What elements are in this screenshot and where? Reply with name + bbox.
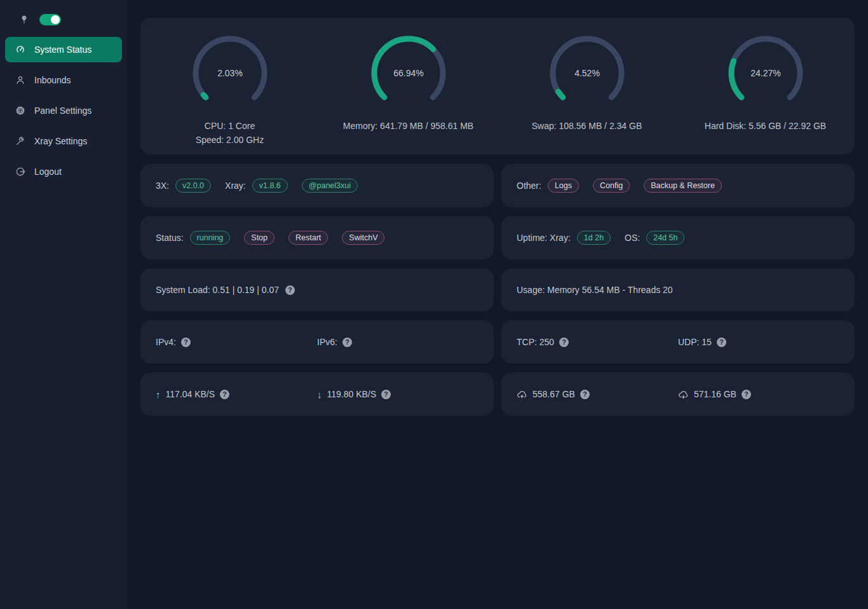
svg-text:66.94%: 66.94% [393, 68, 423, 78]
help-icon[interactable]: ? [742, 390, 751, 399]
wrench-icon [15, 136, 25, 146]
upload-arrow-icon: ↑ [156, 389, 161, 400]
help-icon[interactable]: ? [559, 338, 569, 347]
toggle-knob [51, 15, 60, 24]
restart-button[interactable]: Restart [288, 231, 328, 245]
sidebar-item-system-status[interactable]: System Status [5, 37, 122, 62]
ip-card: IPv4: ? IPv6: ? [140, 320, 494, 364]
sidebar-item-label: System Status [34, 44, 92, 55]
other-card: Other: Logs Config Backup & Restore [501, 164, 855, 207]
gauge-memory: 66.94%Memory: 641.79 MB / 958.61 MB [319, 35, 498, 147]
gauge-hard-disk: 24.27%Hard Disk: 5.56 GB / 22.92 GB [676, 35, 855, 147]
backup-restore-button[interactable]: Backup & Restore [644, 179, 722, 193]
other-label: Other: [517, 181, 541, 191]
sidebar-item-label: Xray Settings [34, 136, 87, 146]
gauge-caption-cpu: CPU: 1 Core [205, 120, 255, 133]
gauge-caption-hard-disk: Hard Disk: 5.56 GB / 22.92 GB [705, 120, 826, 133]
download-arrow-icon: ↓ [317, 389, 322, 400]
app-window: System Status Inbounds [0, 0, 868, 609]
gauge-arc-cpu: 2.03% [192, 35, 268, 111]
sidebar-item-label: Logout [34, 167, 62, 177]
sidebar-item-label: Inbounds [34, 75, 71, 85]
logs-button[interactable]: Logs [548, 179, 579, 193]
sidebar: System Status Inbounds [0, 0, 127, 609]
help-icon[interactable]: ? [381, 390, 391, 399]
udp-count-text: UDP: 15 [678, 337, 712, 347]
help-icon[interactable]: ? [285, 285, 295, 295]
light-bulb-icon [19, 15, 29, 25]
xray-status-card: Status: running Stop Restart SwitchV [140, 216, 494, 259]
cloud-upload-icon [517, 389, 527, 400]
total-traffic-card: 558.67 GB ? 571.16 GB ? [501, 373, 855, 416]
version-card: 3X: v2.0.0 Xray: v1.8.6 @panel3xui [140, 164, 494, 207]
switch-version-button[interactable]: SwitchV [342, 231, 384, 245]
network-speed-card: ↑ 117.04 KB/S ? ↓ 119.80 KB/S ? [140, 373, 494, 416]
tcp-count-text: TCP: 250 [517, 337, 554, 347]
resource-overview-card: 2.03%CPU: 1 CoreSpeed: 2.00 GHz66.94%Mem… [140, 18, 855, 154]
usage-text: Usage: Memory 56.54 MB - Threads 20 [517, 285, 673, 295]
svg-text:2.03%: 2.03% [217, 68, 243, 78]
usage-card: Usage: Memory 56.54 MB - Threads 20 [501, 268, 855, 311]
svg-text:4.52%: 4.52% [574, 68, 600, 78]
help-icon[interactable]: ? [220, 390, 229, 399]
sidebar-item-panel-settings[interactable]: Panel Settings [5, 98, 122, 123]
gauge-arc-memory: 66.94% [370, 35, 447, 111]
theme-switch-row [0, 0, 127, 32]
download-speed-text: 119.80 KB/S [327, 389, 377, 399]
gauge-caption-memory: Memory: 641.79 MB / 958.61 MB [343, 120, 473, 133]
total-sent-text: 558.67 GB [532, 389, 575, 399]
help-icon[interactable]: ? [342, 338, 352, 347]
total-received-text: 571.16 GB [694, 389, 736, 399]
status-cards-grid: 3X: v2.0.0 Xray: v1.8.6 @panel3xui Other… [140, 164, 855, 416]
gauge-arc-swap: 4.52% [549, 35, 625, 111]
gauge-swap: 4.52%Swap: 108.56 MB / 2.34 GB [498, 35, 676, 147]
ipv4-label: IPv4: [156, 337, 176, 347]
xray-version-badge[interactable]: v1.8.6 [252, 179, 288, 193]
logout-icon [15, 167, 25, 177]
cloud-download-icon [678, 389, 689, 400]
panel-version-badge[interactable]: v2.0.0 [175, 179, 211, 193]
panel-version-label: 3X: [156, 181, 169, 191]
xray-uptime-badge: 1d 2h [577, 231, 611, 245]
uptime-os-label: OS: [625, 233, 640, 243]
ipv6-label: IPv6: [317, 337, 337, 347]
dark-mode-toggle[interactable] [39, 14, 61, 25]
sidebar-item-label: Panel Settings [34, 106, 92, 116]
uptime-card: Uptime: Xray: 1d 2h OS: 24d 5h [501, 216, 855, 259]
sidebar-item-logout[interactable]: Logout [5, 159, 122, 184]
status-label: Status: [156, 233, 184, 243]
status-running-badge: running [190, 231, 231, 245]
gauge-caption-swap: Swap: 108.56 MB / 2.34 GB [532, 120, 642, 133]
dashboard-icon [15, 44, 25, 55]
config-button[interactable]: Config [593, 179, 630, 193]
sidebar-item-xray-settings[interactable]: Xray Settings [5, 128, 122, 154]
gauge-row: 2.03%CPU: 1 CoreSpeed: 2.00 GHz66.94%Mem… [140, 18, 855, 147]
sidebar-nav: System Status Inbounds [0, 37, 127, 184]
help-icon[interactable]: ? [580, 390, 590, 399]
telegram-badge[interactable]: @panel3xui [302, 179, 358, 193]
system-load-card: System Load: 0.51 | 0.19 | 0.07 ? [140, 268, 494, 311]
user-icon [15, 75, 25, 85]
uptime-xray-label: Uptime: Xray: [517, 233, 571, 243]
help-icon[interactable]: ? [717, 338, 726, 347]
svg-text:24.27%: 24.27% [750, 68, 780, 78]
connections-card: TCP: 250 ? UDP: 15 ? [501, 320, 855, 364]
gauge-cpu: 2.03%CPU: 1 CoreSpeed: 2.00 GHz [140, 35, 319, 147]
gauge-caption-cpu: Speed: 2.00 GHz [196, 133, 264, 147]
stop-button[interactable]: Stop [244, 231, 275, 245]
system-load-text: System Load: 0.51 | 0.19 | 0.07 [156, 285, 279, 295]
gauge-arc-hard-disk: 24.27% [728, 35, 804, 111]
sidebar-item-inbounds[interactable]: Inbounds [5, 67, 122, 93]
help-icon[interactable]: ? [181, 338, 191, 347]
upload-speed-text: 117.04 KB/S [166, 389, 215, 399]
main-content: 2.03%CPU: 1 CoreSpeed: 2.00 GHz66.94%Mem… [127, 0, 868, 609]
os-uptime-badge: 24d 5h [646, 231, 684, 245]
gear-icon [15, 106, 25, 116]
xray-version-label: Xray: [225, 181, 246, 191]
